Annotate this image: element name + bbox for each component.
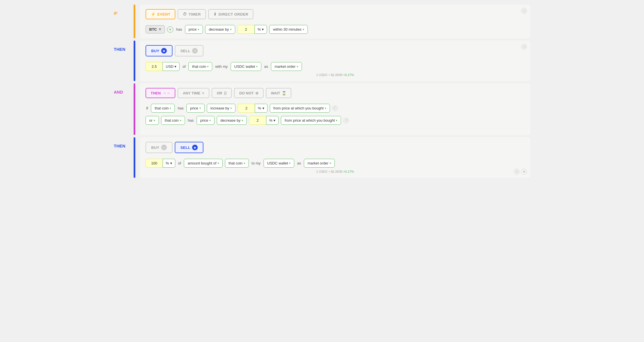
then-sell-action-tabs: BUY ○ SELL ● [146, 142, 525, 153]
buy-amount-group: USD ▾ [146, 62, 180, 71]
buy-order-type-dropdown[interactable]: market order ▾ [271, 62, 302, 71]
and-from-2-dropdown[interactable]: from price at which you bought ▾ [281, 116, 341, 125]
buy-coin-dropdown[interactable]: that coin ▾ [188, 62, 212, 71]
unit-caret-icon: ▾ [262, 27, 264, 31]
and-increase-dropdown[interactable]: increase by ▾ [207, 104, 235, 113]
and-then-tab[interactable]: THEN →→ [146, 88, 175, 98]
then-sell-label: THEN [114, 137, 134, 178]
sell-order-type-dropdown[interactable]: market order ▾ [304, 159, 335, 168]
of-text-buy: of [182, 64, 186, 69]
to-my-text: to my [251, 161, 261, 165]
and-unit2-caret: ▾ [273, 118, 275, 123]
sell-coin-caret: ▾ [244, 162, 245, 165]
tab-timer[interactable]: ⏱ TIMER [178, 9, 206, 19]
do-not-tab[interactable]: DO NOT ⊘ [234, 88, 264, 98]
and-coin1-caret: ▾ [170, 107, 171, 110]
value-unit-group: % ▾ [237, 25, 267, 34]
or-tab[interactable]: OR ⟨⟩ [212, 88, 232, 98]
as-text-buy: as [264, 64, 269, 69]
sell-tab[interactable]: SELL ○ [175, 45, 203, 56]
and-value-2-group: % ▾ [249, 116, 279, 125]
sell-buy-tab[interactable]: BUY ○ [146, 142, 172, 153]
and-value-1-input[interactable] [238, 104, 255, 113]
sell-wallet-dropdown[interactable]: USDC wallet ▾ [264, 159, 294, 168]
then-buy-info-icon[interactable]: ⓘ [521, 44, 527, 50]
and-coin-2-dropdown[interactable]: that coin ▾ [161, 116, 185, 125]
sell-coin-dropdown[interactable]: that coin ▾ [225, 159, 249, 168]
and-coin-1-dropdown[interactable]: that coin ▾ [151, 104, 175, 113]
then-sell-content: BUY ○ SELL ● % ▾ of [140, 137, 530, 178]
has-text: has [176, 27, 183, 31]
buy-wallet-dropdown[interactable]: USDC wallet ▾ [231, 62, 262, 71]
or-icon: ⟨⟩ [224, 91, 227, 95]
and-increase-caret: ▾ [230, 107, 232, 110]
and-unit-2-dropdown[interactable]: % ▾ [266, 116, 279, 125]
and-info-2[interactable]: ⓘ [343, 118, 349, 123]
if-info-icon[interactable]: ⓘ [521, 8, 527, 14]
tab-event[interactable]: ⚡ EVENT [146, 9, 175, 19]
add-coin-button[interactable]: + [167, 26, 173, 33]
sell-unit-caret: ▾ [170, 161, 172, 165]
sell-sell-circle: ● [192, 145, 198, 150]
then-buy-action-tabs: BUY ● SELL ○ [146, 45, 525, 56]
sell-amount-input[interactable] [146, 159, 163, 168]
and-decrease-dropdown[interactable]: decrease by ▾ [217, 116, 247, 125]
buy-circle-icon: ● [161, 48, 167, 54]
and-tab-bar: THEN →→ ANY TIME ≡ OR ⟨⟩ DO NOT ⊘ WAIT [146, 88, 525, 98]
sell-close-icon[interactable]: ✕ [521, 169, 527, 174]
and-value-1-group: % ▾ [238, 104, 268, 113]
buy-tab[interactable]: BUY ● [146, 45, 172, 56]
and-unit-1-label: % [258, 106, 261, 110]
and-price-1-dropdown[interactable]: price ▾ [186, 104, 204, 113]
within-dropdown[interactable]: within 30 minutes ▾ [269, 25, 308, 34]
and-or-caret: ▾ [154, 119, 155, 122]
and-or-dropdown[interactable]: or ▾ [146, 116, 159, 125]
btc-chip[interactable]: BTC ✕ [146, 25, 165, 33]
and-from-1-dropdown[interactable]: from price at which you bought ▾ [270, 104, 330, 113]
and-unit-2-label: % [269, 118, 273, 123]
buy-wallet-caret: ▾ [256, 65, 258, 68]
and-value-2-input[interactable] [249, 116, 266, 125]
sell-order-caret: ▾ [330, 162, 331, 165]
tab-direct-order[interactable]: ⬇ DIRECT ORDER [208, 9, 253, 19]
decrease-caret-icon: ▾ [230, 28, 231, 31]
if-value-input[interactable] [237, 25, 254, 34]
and-from1-caret: ▾ [325, 107, 326, 110]
unit-dropdown[interactable]: % ▾ [254, 25, 267, 34]
and-price-2-dropdown[interactable]: price ▾ [197, 116, 214, 125]
price-dropdown[interactable]: price ▾ [185, 25, 203, 34]
wait-icon: ⌛ [282, 91, 286, 95]
and-info-1[interactable]: ⓘ [332, 105, 338, 111]
sell-unit-dropdown[interactable]: % ▾ [163, 159, 175, 168]
sell-circle-icon: ○ [192, 48, 198, 54]
sell-wallet-caret: ▾ [289, 162, 291, 165]
if-label: IF [114, 5, 134, 38]
and-if-text: If [146, 106, 149, 110]
decrease-by-dropdown[interactable]: decrease by ▾ [205, 25, 235, 34]
btc-close-icon[interactable]: ✕ [159, 28, 161, 31]
then-buy-bar [134, 41, 135, 81]
sell-sell-tab[interactable]: SELL ● [175, 142, 203, 153]
then-sell-bar [134, 137, 135, 178]
and-price2-caret: ▾ [209, 119, 211, 122]
and-has-1: has [177, 106, 184, 110]
wait-tab[interactable]: WAIT ⌛ [266, 88, 292, 98]
then-buy-content: BUY ● SELL ○ USD ▾ of [140, 41, 530, 81]
buy-amount-input[interactable] [146, 62, 163, 71]
and-content: THEN →→ ANY TIME ≡ OR ⟨⟩ DO NOT ⊘ WAIT [140, 83, 530, 135]
if-condition-row: BTC ✕ + has price ▾ decrease by ▾ % [146, 25, 525, 34]
with-my-text: with my [214, 64, 228, 69]
buy-order-caret: ▾ [297, 65, 298, 68]
then-buy-label: THEN [114, 41, 134, 81]
btc-label: BTC [149, 27, 157, 31]
then-sell-order-row: % ▾ of amount bought of ▾ that coin ▾ to… [146, 159, 525, 168]
sell-info-icon[interactable]: ⓘ [514, 169, 519, 174]
any-time-tab[interactable]: ANY TIME ≡ [178, 88, 209, 98]
of-text-sell: of [178, 161, 182, 165]
buy-currency-dropdown[interactable]: USD ▾ [163, 62, 180, 71]
event-icon: ⚡ [151, 12, 156, 16]
sell-amount-type-dropdown[interactable]: amount bought of ▾ [184, 159, 222, 168]
sell-exchange-rate: 1 USDC ≈ $1.0038 +0.17% [146, 170, 525, 173]
and-has-2: has [187, 118, 194, 123]
and-unit-1-dropdown[interactable]: % ▾ [255, 104, 268, 113]
